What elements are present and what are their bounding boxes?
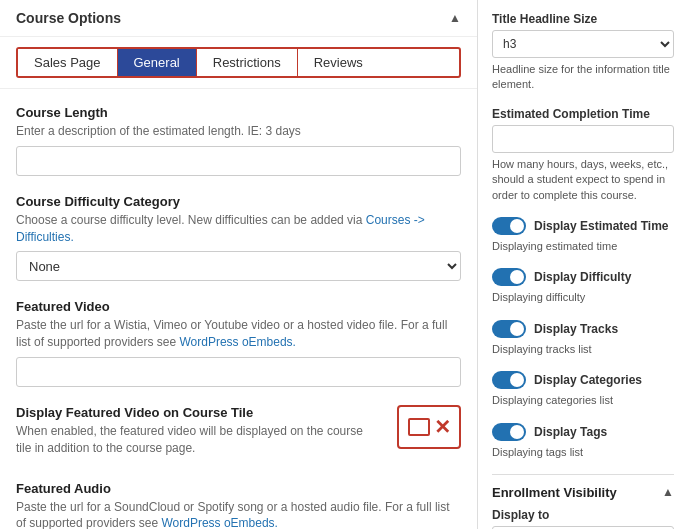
course-length-label: Course Length xyxy=(16,105,461,120)
enrollment-chevron-icon[interactable]: ▲ xyxy=(662,485,674,499)
toggle-estimated-time-description: Displaying estimated time xyxy=(492,239,674,254)
video-tile-toggle[interactable]: ✕ xyxy=(397,405,461,449)
enrollment-visibility-group: Enrollment Visibility ▲ Display to every… xyxy=(492,485,674,529)
form-content: Course Length Enter a description of the… xyxy=(0,89,477,529)
x-icon: ✕ xyxy=(434,417,451,437)
title-headline-description: Headline size for the information title … xyxy=(492,62,674,93)
tab-sales-page[interactable]: Sales Page xyxy=(18,49,118,76)
left-panel: Course Options ▲ Sales Page General Rest… xyxy=(0,0,478,529)
title-headline-group: Title Headline Size h3 h1 h2 h4 h5 h6 He… xyxy=(492,12,674,93)
toggle-tracks-switch[interactable] xyxy=(492,320,526,338)
toggle-tags-label: Display Tags xyxy=(534,425,607,439)
toggle-difficulty-switch[interactable] xyxy=(492,268,526,286)
tile-icon-box xyxy=(408,418,430,436)
estimated-completion-description: How many hours, days, weeks, etc., shoul… xyxy=(492,157,674,203)
toggle-difficulty-group: Display Difficulty Displaying difficulty xyxy=(492,268,674,305)
toggle-tracks-group: Display Tracks Displaying tracks list xyxy=(492,320,674,357)
toggle-difficulty-row: Display Difficulty xyxy=(492,268,674,286)
toggle-estimated-time-label: Display Estimated Time xyxy=(534,219,669,233)
display-featured-video-label: Display Featured Video on Course Tile xyxy=(16,405,381,420)
course-options-header: Course Options ▲ xyxy=(0,0,477,37)
estimated-completion-input[interactable] xyxy=(492,125,674,153)
enrollment-visibility-title: Enrollment Visibility xyxy=(492,485,617,500)
featured-audio-description: Paste the url for a SoundCloud or Spotif… xyxy=(16,499,461,529)
course-length-input[interactable] xyxy=(16,146,461,176)
section-divider xyxy=(492,474,674,475)
toggle-estimated-time-row: Display Estimated Time xyxy=(492,217,674,235)
featured-video-group: Featured Video Paste the url for a Wisti… xyxy=(16,299,461,387)
toggle-categories-description: Displaying categories list xyxy=(492,393,674,408)
video-oembeds-link[interactable]: WordPress oEmbeds. xyxy=(179,335,296,349)
toggle-tracks-description: Displaying tracks list xyxy=(492,342,674,357)
toggle-tags-row: Display Tags xyxy=(492,423,674,441)
toggle-tags-description: Displaying tags list xyxy=(492,445,674,460)
display-featured-video-group: Display Featured Video on Course Tile Wh… xyxy=(16,405,461,463)
title-headline-label: Title Headline Size xyxy=(492,12,674,26)
toggle-difficulty-label: Display Difficulty xyxy=(534,270,631,284)
course-difficulty-select[interactable]: None xyxy=(16,251,461,281)
course-length-description: Enter a description of the estimated len… xyxy=(16,123,461,140)
toggle-categories-group: Display Categories Displaying categories… xyxy=(492,371,674,408)
tabs-nav: Sales Page General Restrictions Reviews xyxy=(16,47,461,78)
display-to-label: Display to xyxy=(492,508,674,522)
featured-video-label: Featured Video xyxy=(16,299,461,314)
toggle-tags-group: Display Tags Displaying tags list xyxy=(492,423,674,460)
tab-restrictions[interactable]: Restrictions xyxy=(197,49,298,76)
toggle-tags-switch[interactable] xyxy=(492,423,526,441)
audio-oembeds-link[interactable]: WordPress oEmbeds. xyxy=(161,516,278,529)
estimated-completion-group: Estimated Completion Time How many hours… xyxy=(492,107,674,203)
toggle-tracks-row: Display Tracks xyxy=(492,320,674,338)
featured-video-description: Paste the url for a Wistia, Vimeo or You… xyxy=(16,317,461,351)
tabs-container: Sales Page General Restrictions Reviews xyxy=(0,37,477,89)
toggle-categories-label: Display Categories xyxy=(534,373,642,387)
toggle-categories-row: Display Categories xyxy=(492,371,674,389)
toggle-difficulty-description: Displaying difficulty xyxy=(492,290,674,305)
tab-reviews[interactable]: Reviews xyxy=(298,49,379,76)
course-difficulty-label: Course Difficulty Category xyxy=(16,194,461,209)
collapse-icon[interactable]: ▲ xyxy=(449,11,461,25)
enrollment-visibility-header: Enrollment Visibility ▲ xyxy=(492,485,674,500)
toggle-tracks-label: Display Tracks xyxy=(534,322,618,336)
right-panel: Title Headline Size h3 h1 h2 h4 h5 h6 He… xyxy=(478,0,688,529)
estimated-completion-label: Estimated Completion Time xyxy=(492,107,674,121)
course-length-group: Course Length Enter a description of the… xyxy=(16,105,461,176)
toggle-estimated-time-switch[interactable] xyxy=(492,217,526,235)
title-headline-select[interactable]: h3 h1 h2 h4 h5 h6 xyxy=(492,30,674,58)
course-options-title: Course Options xyxy=(16,10,121,26)
featured-audio-label: Featured Audio xyxy=(16,481,461,496)
course-difficulty-description: Choose a course difficulty level. New di… xyxy=(16,212,461,246)
toggle-estimated-time-group: Display Estimated Time Displaying estima… xyxy=(492,217,674,254)
display-featured-video-text: Display Featured Video on Course Tile Wh… xyxy=(16,405,381,463)
tab-general[interactable]: General xyxy=(118,49,197,76)
toggle-categories-switch[interactable] xyxy=(492,371,526,389)
display-featured-video-row: Display Featured Video on Course Tile Wh… xyxy=(16,405,461,463)
featured-video-input[interactable] xyxy=(16,357,461,387)
course-difficulty-group: Course Difficulty Category Choose a cour… xyxy=(16,194,461,282)
featured-audio-group: Featured Audio Paste the url for a Sound… xyxy=(16,481,461,529)
display-featured-video-description: When enabled, the featured video will be… xyxy=(16,423,381,457)
